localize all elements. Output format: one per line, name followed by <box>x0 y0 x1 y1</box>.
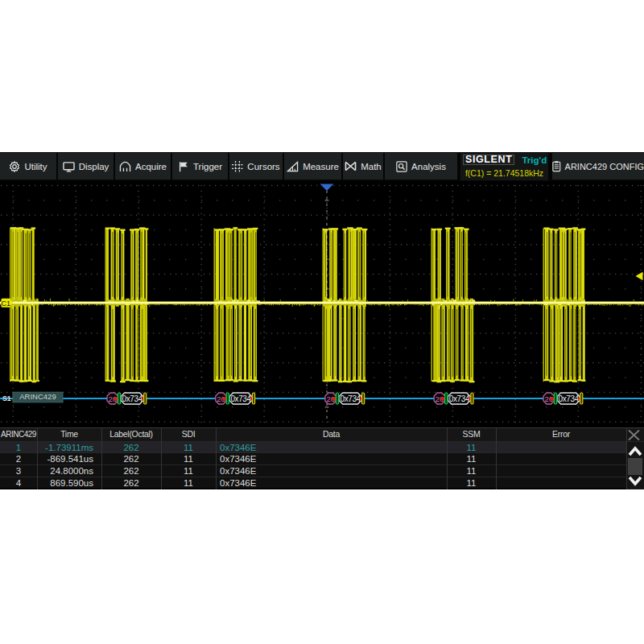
svg-text:0x734: 0x734 <box>230 394 251 403</box>
svg-text:ARINC429: ARINC429 <box>19 392 56 401</box>
svg-text:0x734: 0x734 <box>341 394 361 403</box>
svg-text:0x734: 0x734 <box>559 394 580 403</box>
svg-text:0x734: 0x734 <box>122 394 143 403</box>
svg-text:S1: S1 <box>2 394 11 402</box>
svg-text:0x734: 0x734 <box>449 394 470 403</box>
svg-text:C1: C1 <box>2 299 11 308</box>
